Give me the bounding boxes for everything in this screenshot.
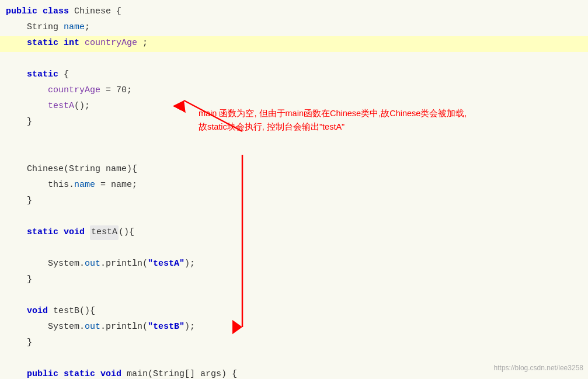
code-line-4 bbox=[0, 52, 588, 68]
code-line-22: } bbox=[0, 336, 588, 352]
watermark: https://blog.csdn.net/lee3258 bbox=[494, 363, 583, 374]
code-container: public class Chinese { String name; stat… bbox=[0, 0, 588, 379]
code-line-14 bbox=[0, 210, 588, 225]
code-line-6: countryAge = 70; bbox=[0, 84, 588, 99]
code-line-17: System.out.println("testA"); bbox=[0, 257, 588, 273]
code-line-15: static void testA(){ bbox=[0, 225, 588, 241]
code-line-1: public class Chinese { bbox=[0, 5, 588, 20]
code-line-10 bbox=[0, 147, 588, 162]
code-line-12: this.name = name; bbox=[0, 178, 588, 194]
code-line-19 bbox=[0, 288, 588, 304]
code-line-2: String name; bbox=[0, 20, 588, 36]
code-line-16 bbox=[0, 241, 588, 257]
code-line-7: testA(); bbox=[0, 99, 588, 115]
code-line-13: } bbox=[0, 194, 588, 210]
code-line-11: Chinese(String name){ bbox=[0, 162, 588, 178]
code-line-5: static { bbox=[0, 68, 588, 84]
code-line-8: } bbox=[0, 115, 588, 131]
code-line-9 bbox=[0, 131, 588, 147]
code-line-3: static int countryAge ; bbox=[0, 36, 588, 52]
code-line-20: void testB(){ bbox=[0, 304, 588, 320]
code-lines: public class Chinese { String name; stat… bbox=[0, 5, 588, 379]
code-line-18: } bbox=[0, 273, 588, 288]
code-line-21: System.out.println("testB"); bbox=[0, 320, 588, 336]
